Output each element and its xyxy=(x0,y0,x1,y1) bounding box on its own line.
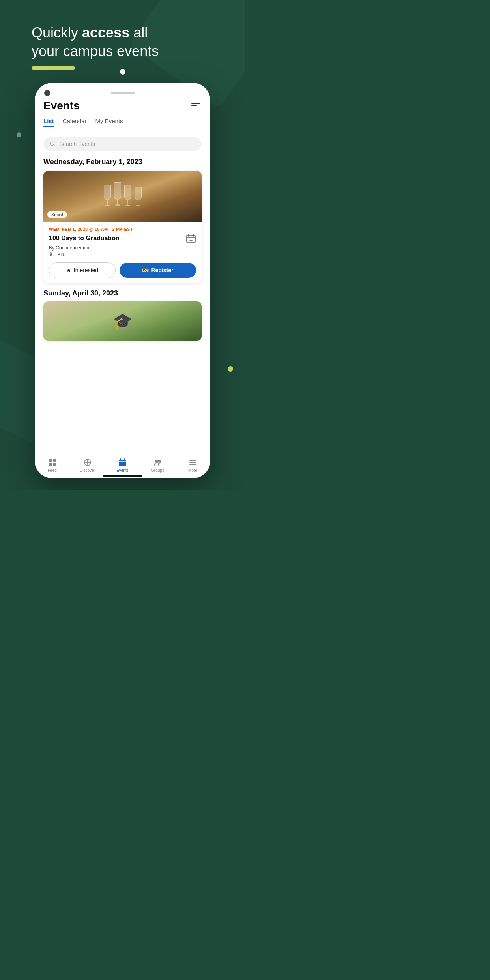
tab-bar: List Calendar My Events xyxy=(43,118,202,131)
add-to-calendar-icon[interactable] xyxy=(186,233,196,243)
phone-camera xyxy=(44,90,50,96)
glass-1 xyxy=(104,185,111,207)
event-details-1: WED, FEB 1, 2023 @ 10 AM - 2 PM EST 100 … xyxy=(43,222,202,283)
hero-title: Quickly access allyour campus events xyxy=(32,24,229,61)
register-icon: 🎫 xyxy=(142,267,149,273)
phone-speaker xyxy=(111,92,135,94)
dot-indicator xyxy=(120,69,125,75)
nav-item-more[interactable]: More xyxy=(175,458,210,473)
svg-rect-10 xyxy=(49,463,52,466)
star-icon: ★ xyxy=(66,267,71,273)
register-button[interactable]: 🎫 Register xyxy=(120,263,196,278)
event-card-1: Social WED, FEB 1, 2023 @ 10 AM - 2 PM E… xyxy=(43,171,202,283)
svg-point-21 xyxy=(158,460,161,463)
tab-my-events[interactable]: My Events xyxy=(95,118,123,127)
discover-icon xyxy=(83,458,92,467)
feed-icon xyxy=(48,458,57,467)
date-header-2: Sunday, April 30, 2023 xyxy=(43,289,202,297)
feed-label: Feed xyxy=(48,468,57,473)
svg-rect-8 xyxy=(49,459,52,462)
location-text: TBD xyxy=(54,252,64,258)
page-title: Events xyxy=(43,99,80,112)
more-label: More xyxy=(188,468,197,473)
glass-3 xyxy=(124,185,131,207)
glass-4 xyxy=(135,187,142,207)
events-label: Events xyxy=(116,468,129,473)
date-header-1: Wednesday, February 1, 2023 xyxy=(43,158,202,166)
svg-point-20 xyxy=(155,460,158,463)
tab-list[interactable]: List xyxy=(43,118,54,127)
event-title-row: 100 Days to Graduation xyxy=(49,233,196,243)
dot-decoration-left xyxy=(17,132,21,137)
event-image-1: Social xyxy=(43,171,202,222)
nav-item-groups[interactable]: Groups xyxy=(140,458,175,473)
search-placeholder: Search Events xyxy=(59,141,95,147)
filter-line-1 xyxy=(191,103,200,104)
phone-mockup: Events List Calendar My Events Search Ev… xyxy=(35,83,210,478)
discover-label: Discover xyxy=(80,468,95,473)
organizer-link[interactable]: Commencement xyxy=(56,245,90,251)
home-indicator xyxy=(103,475,142,477)
interested-label: Interested xyxy=(74,267,98,273)
location-icon xyxy=(49,252,53,257)
svg-line-1 xyxy=(54,145,55,146)
app-header: Events xyxy=(43,99,202,112)
nav-item-discover[interactable]: Discover xyxy=(70,458,105,473)
event-name: 100 Days to Graduation xyxy=(49,235,120,242)
interested-button[interactable]: ★ Interested xyxy=(49,262,116,278)
tab-calendar[interactable]: Calendar xyxy=(63,118,87,127)
category-badge: Social xyxy=(47,211,67,218)
filter-button[interactable] xyxy=(190,100,202,112)
graduation-image: 🎓 xyxy=(43,301,202,341)
dot-decoration-right xyxy=(228,366,233,372)
champagne-image xyxy=(43,171,202,222)
svg-rect-11 xyxy=(53,463,56,466)
event-card-2: 🎓 xyxy=(43,301,202,341)
groups-icon xyxy=(153,458,163,467)
event-image-2: 🎓 xyxy=(43,301,202,341)
search-bar[interactable]: Search Events xyxy=(43,137,202,151)
nav-item-feed[interactable]: Feed xyxy=(35,458,70,473)
event-location: TBD xyxy=(49,252,196,258)
hero-section: Quickly access allyour campus events xyxy=(32,24,229,70)
event-datetime: WED, FEB 1, 2023 @ 10 AM - 2 PM EST xyxy=(49,227,196,232)
hero-underline xyxy=(32,66,75,70)
groups-label: Groups xyxy=(151,468,164,473)
svg-rect-9 xyxy=(53,459,56,462)
glass-2 xyxy=(114,182,121,207)
search-icon xyxy=(50,141,56,147)
register-label: Register xyxy=(151,267,173,273)
more-icon xyxy=(188,458,198,467)
event-organizer: By Commencement xyxy=(49,245,196,251)
svg-rect-15 xyxy=(119,460,126,466)
event-actions: ★ Interested 🎫 Register xyxy=(49,262,196,278)
nav-item-events[interactable]: Events xyxy=(105,458,140,473)
phone-top-bar xyxy=(35,83,210,99)
bottom-nav: Feed Discover xyxy=(35,454,210,478)
filter-line-3 xyxy=(191,108,200,108)
app-content: Events List Calendar My Events Search Ev… xyxy=(35,99,210,347)
glasses-group xyxy=(104,182,142,211)
svg-rect-19 xyxy=(121,463,122,464)
events-icon xyxy=(118,458,127,467)
filter-line-2 xyxy=(191,105,197,106)
